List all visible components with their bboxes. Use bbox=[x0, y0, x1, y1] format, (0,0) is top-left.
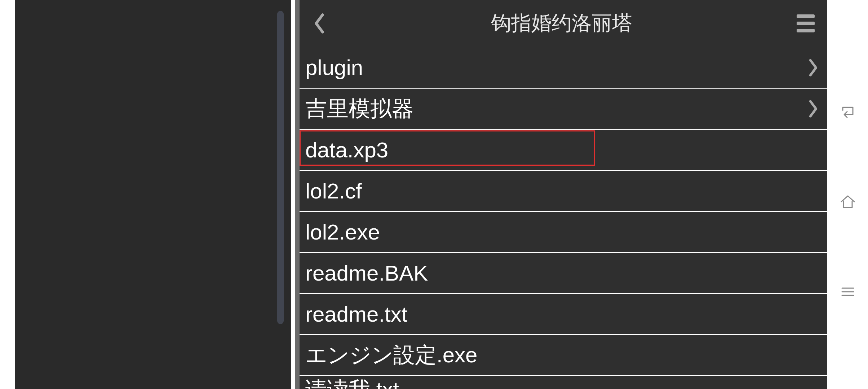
folder-item-plugin[interactable]: plugin bbox=[300, 47, 827, 88]
chevron-left-icon bbox=[313, 13, 326, 34]
nav-back-button[interactable] bbox=[839, 103, 857, 121]
file-label: 请读我.txt bbox=[305, 375, 399, 389]
file-label: readme.BAK bbox=[305, 261, 428, 286]
file-label: lol2.cf bbox=[305, 179, 362, 204]
file-item-lol2-cf[interactable]: lol2.cf bbox=[300, 170, 827, 211]
hamburger-icon bbox=[797, 14, 815, 18]
file-label: data.xp3 bbox=[305, 138, 388, 162]
file-label: readme.txt bbox=[305, 302, 407, 327]
menu-lines-icon bbox=[840, 284, 856, 300]
chevron-right-icon bbox=[807, 99, 819, 118]
file-item-readme-cn-txt[interactable]: 请读我.txt bbox=[300, 375, 827, 389]
home-icon bbox=[840, 194, 856, 210]
file-list: plugin 吉里模拟器 data.xp3 lol2.cf bbox=[300, 47, 827, 389]
chevron-right-icon bbox=[807, 58, 819, 77]
file-item-readme-bak[interactable]: readme.BAK bbox=[300, 252, 827, 293]
menu-button[interactable] bbox=[795, 13, 816, 34]
back-button[interactable] bbox=[310, 9, 328, 38]
file-label: 吉里模拟器 bbox=[305, 94, 413, 124]
file-item-readme-txt[interactable]: readme.txt bbox=[300, 293, 827, 334]
header-bar: 钩指婚约洛丽塔 bbox=[300, 0, 827, 47]
file-item-engine-settings-exe[interactable]: エンジン設定.exe bbox=[300, 334, 827, 375]
nav-recents-button[interactable] bbox=[839, 283, 857, 301]
file-label: plugin bbox=[305, 55, 363, 80]
file-item-lol2-exe[interactable]: lol2.exe bbox=[300, 211, 827, 252]
nav-home-button[interactable] bbox=[839, 193, 857, 211]
page-title: 钩指婚约洛丽塔 bbox=[328, 10, 795, 37]
file-item-data-xp3[interactable]: data.xp3 bbox=[300, 129, 827, 170]
file-label: エンジン設定.exe bbox=[305, 341, 477, 370]
left-panel bbox=[15, 0, 291, 389]
scrollbar[interactable] bbox=[277, 11, 284, 324]
system-nav-bar bbox=[827, 0, 868, 389]
back-icon bbox=[840, 104, 856, 120]
file-label: lol2.exe bbox=[305, 220, 380, 245]
file-browser-panel: 钩指婚约洛丽塔 plugin 吉里模拟器 bbox=[295, 0, 827, 389]
folder-item-emulator[interactable]: 吉里模拟器 bbox=[300, 88, 827, 129]
